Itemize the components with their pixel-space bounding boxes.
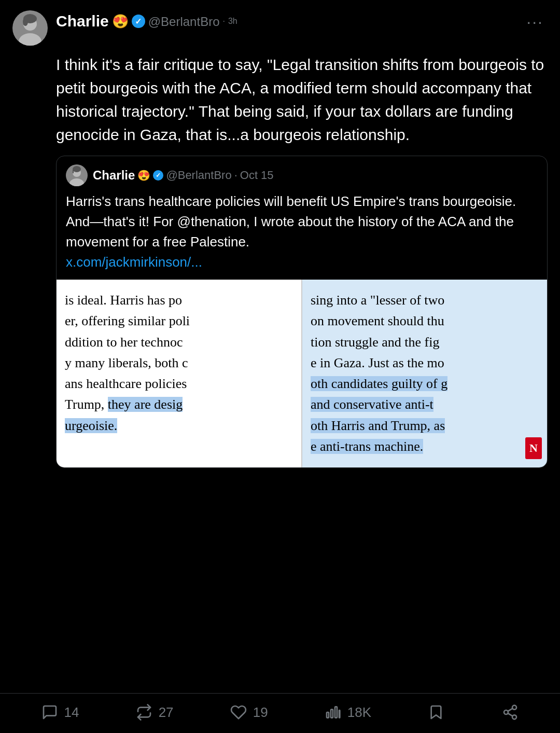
- separator: ·: [222, 17, 225, 26]
- comment-count: 14: [64, 704, 79, 721]
- svg-line-18: [508, 713, 513, 716]
- article-image-left: is ideal. Harris has po er, offering sim…: [57, 280, 302, 467]
- svg-rect-10: [73, 170, 74, 173]
- tweet-container: Charlie 😍 @BerlantBro · 3h ··· I think i…: [0, 0, 560, 685]
- quoted-user-name-row: Charlie 😍 @BerlantBro · Oct 15: [93, 168, 274, 183]
- like-count: 19: [253, 704, 268, 721]
- quoted-tweet[interactable]: Charlie 😍 @BerlantBro · Oct 15 Harris's …: [56, 156, 548, 468]
- quoted-avatar: [66, 164, 88, 186]
- quoted-tweet-body: Harris's trans healthcare policies will …: [57, 191, 547, 280]
- share-icon: [501, 703, 520, 722]
- views-action[interactable]: 18K: [324, 703, 371, 722]
- article-image-right: sing into a "lesser of two on movement s…: [302, 280, 547, 467]
- article-right-line4: e in Gaza. Just as the mo: [311, 353, 539, 374]
- article-left-line1: is ideal. Harris has po: [65, 290, 293, 311]
- action-bar: 14 27 19 18K: [0, 693, 560, 733]
- retweet-icon: [135, 703, 153, 722]
- comment-icon: [40, 703, 59, 722]
- more-options-button[interactable]: ···: [522, 10, 548, 34]
- verified-badge: [132, 15, 145, 28]
- quoted-verified-badge: [153, 170, 163, 181]
- tweet-time: 3h: [228, 17, 237, 26]
- article-images: is ideal. Harris has po er, offering sim…: [57, 280, 547, 467]
- quoted-date: Oct 15: [240, 169, 274, 182]
- quoted-link[interactable]: x.com/jackmirkinson/...: [66, 254, 202, 270]
- article-right-line2: on movement should thu: [311, 311, 539, 331]
- article-left-line3: ddition to her technoc: [65, 332, 293, 353]
- article-right-line7: oth Harris and Trump, as: [311, 416, 539, 436]
- article-left-line2: er, offering similar poli: [65, 311, 293, 331]
- article-right-line1: sing into a "lesser of two: [311, 290, 539, 311]
- article-right-line6: and conservative anti-t: [311, 394, 539, 415]
- views-icon: [324, 703, 342, 722]
- article-left-line7: urgeoisie.: [65, 416, 293, 436]
- svg-point-9: [73, 166, 81, 172]
- quoted-user-info: Charlie 😍 @BerlantBro · Oct 15: [93, 168, 274, 183]
- quoted-separator: ·: [234, 169, 237, 182]
- avatar[interactable]: [12, 10, 48, 46]
- share-action[interactable]: [501, 703, 520, 722]
- nation-badge: N: [525, 437, 542, 459]
- retweet-action[interactable]: 27: [135, 703, 174, 722]
- svg-rect-12: [331, 710, 333, 718]
- svg-rect-13: [335, 707, 337, 717]
- article-left-line5: ans healthcare policies: [65, 374, 293, 394]
- article-left-line4: y many liberals, both c: [65, 353, 293, 374]
- tweet-header: Charlie 😍 @BerlantBro · 3h ···: [12, 10, 548, 46]
- quoted-user-emoji: 😍: [137, 169, 150, 182]
- svg-point-5: [23, 18, 28, 26]
- comment-action[interactable]: 14: [40, 703, 79, 722]
- bookmark-action[interactable]: [427, 703, 445, 722]
- user-info: Charlie 😍 @BerlantBro · 3h: [56, 10, 237, 30]
- svg-rect-11: [327, 712, 329, 718]
- article-left-line6: Trump, they are desig: [65, 394, 293, 415]
- like-action[interactable]: 19: [229, 703, 268, 722]
- user-emoji: 😍: [112, 13, 129, 30]
- heart-icon: [229, 703, 248, 722]
- views-count: 18K: [347, 704, 371, 721]
- svg-rect-14: [339, 710, 340, 718]
- article-right-line8: e anti-trans machine. N: [311, 436, 539, 457]
- article-right-line3: tion struggle and the fig: [311, 332, 539, 353]
- user-name[interactable]: Charlie: [56, 12, 109, 30]
- quoted-user-name[interactable]: Charlie: [93, 168, 135, 183]
- quoted-tweet-header: Charlie 😍 @BerlantBro · Oct 15: [57, 156, 547, 191]
- tweet-body: I think it's a fair critique to say, "Le…: [56, 53, 548, 146]
- quoted-user-handle[interactable]: @BerlantBro: [166, 169, 231, 182]
- user-name-row: Charlie 😍 @BerlantBro · 3h: [56, 12, 237, 30]
- bookmark-icon: [427, 703, 445, 722]
- svg-line-19: [508, 709, 513, 711]
- user-handle[interactable]: @BerlantBro: [148, 15, 220, 29]
- article-right-line5: oth candidates guilty of g: [311, 374, 539, 394]
- retweet-count: 27: [159, 704, 174, 721]
